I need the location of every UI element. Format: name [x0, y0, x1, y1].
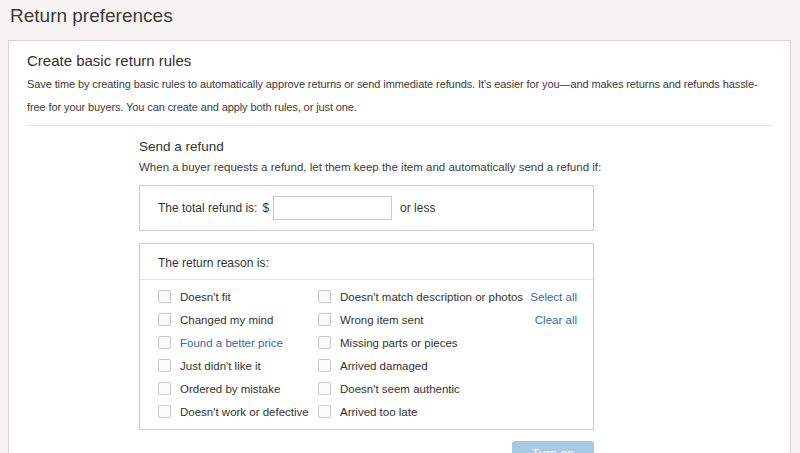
checkbox[interactable] [158, 382, 171, 395]
reason-item[interactable]: Arrived damaged [318, 354, 518, 377]
return-reason-box: The return reason is: Doesn't fitChanged… [139, 243, 594, 430]
reason-label: Doesn't seem authentic [340, 383, 460, 395]
select-all-link[interactable]: Select all [530, 285, 577, 308]
reason-label: Found a better price [180, 337, 283, 349]
checkbox[interactable] [318, 382, 331, 395]
reason-item[interactable]: Doesn't work or defective [158, 400, 318, 423]
reason-label: Wrong item sent [340, 314, 424, 326]
reason-item[interactable]: Changed my mind [158, 308, 318, 331]
reason-label: Missing parts or pieces [340, 337, 458, 349]
reason-item[interactable]: Missing parts or pieces [318, 331, 518, 354]
refund-amount-suffix: or less [400, 201, 435, 215]
turn-on-button[interactable]: Turn on [512, 441, 594, 453]
checkbox[interactable] [318, 336, 331, 349]
refund-amount-input[interactable] [273, 196, 392, 220]
reason-item[interactable]: Arrived too late [318, 400, 518, 423]
reason-column-1: Doesn't fitChanged my mindFound a better… [158, 285, 318, 423]
reason-item[interactable]: Doesn't seem authentic [318, 377, 518, 400]
clear-all-link[interactable]: Clear all [535, 308, 577, 331]
reason-label: Changed my mind [180, 314, 273, 326]
reason-item[interactable]: Found a better price [158, 331, 318, 354]
reason-label: Doesn't match description or photos [340, 291, 523, 303]
panel-divider [27, 125, 772, 126]
reason-item[interactable]: Wrong item sent [318, 308, 518, 331]
create-basic-return-rules-panel: Create basic return rules Save time by c… [8, 40, 791, 453]
actions-bar: Turn on [139, 441, 594, 453]
panel-description: Save time by creating basic rules to aut… [27, 73, 772, 119]
reason-item[interactable]: Just didn't like it [158, 354, 318, 377]
reason-label: Ordered by mistake [180, 383, 280, 395]
checkbox[interactable] [158, 359, 171, 372]
refund-amount-label: The total refund is: [158, 201, 257, 215]
checkbox[interactable] [318, 313, 331, 326]
checkbox[interactable] [318, 359, 331, 372]
panel-heading: Create basic return rules [27, 52, 772, 69]
reason-box-body: Doesn't fitChanged my mindFound a better… [140, 280, 593, 429]
currency-symbol: $ [262, 201, 269, 215]
reason-label: Arrived too late [340, 406, 417, 418]
reason-box-heading: The return reason is: [140, 244, 593, 280]
return-preferences-page: Return preferences Create basic return r… [0, 0, 800, 453]
checkbox[interactable] [158, 290, 171, 303]
reason-label: Doesn't fit [180, 291, 231, 303]
refund-section-heading: Send a refund [139, 139, 772, 154]
checkbox[interactable] [158, 405, 171, 418]
reason-item[interactable]: Ordered by mistake [158, 377, 318, 400]
reason-item[interactable]: Doesn't match description or photos [318, 285, 518, 308]
checkbox[interactable] [158, 313, 171, 326]
refund-amount-box: The total refund is: $ or less [139, 185, 594, 231]
checkbox[interactable] [158, 336, 171, 349]
reason-links-column: Select all Clear all [530, 285, 577, 423]
reason-label: Arrived damaged [340, 360, 428, 372]
reason-column-2: Doesn't match description or photosWrong… [318, 285, 518, 423]
refund-section-subtext: When a buyer requests a refund, let them… [139, 161, 772, 173]
reason-label: Doesn't work or defective [180, 406, 309, 418]
page-title: Return preferences [10, 5, 173, 27]
reason-label: Just didn't like it [180, 360, 261, 372]
reason-item[interactable]: Doesn't fit [158, 285, 318, 308]
checkbox[interactable] [318, 405, 331, 418]
send-refund-section: Send a refund When a buyer requests a re… [139, 139, 772, 453]
checkbox[interactable] [318, 290, 331, 303]
